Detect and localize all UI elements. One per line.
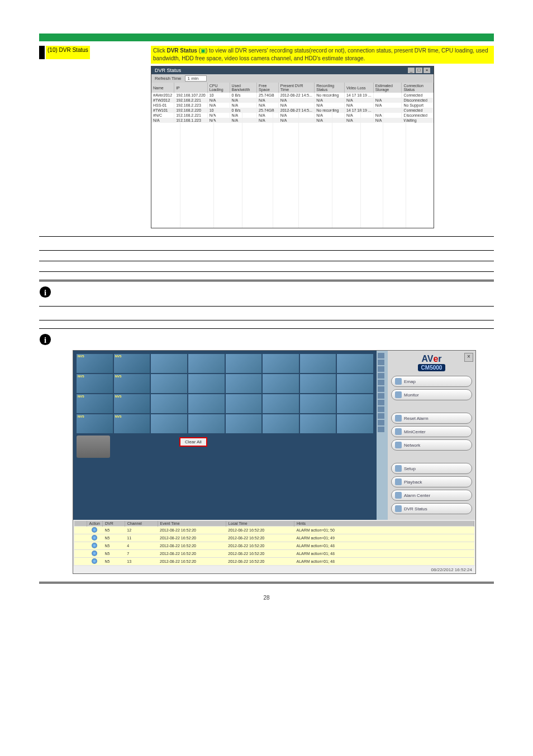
col-bw[interactable]: Used Bandwidth	[230, 83, 256, 93]
col-hints[interactable]: Hints	[294, 521, 474, 527]
event-row[interactable]: N5122012-08-22 16:52:202012-08-22 16:52:…	[74, 527, 474, 534]
refresh-select[interactable]: 1 min	[185, 75, 207, 82]
layout-icon[interactable]	[378, 386, 384, 392]
col-cpu[interactable]: CPU Loading	[207, 83, 230, 93]
camera-cell[interactable]	[151, 394, 187, 413]
clear-all-button[interactable]: Clear All	[179, 437, 207, 447]
col-conn[interactable]: Connection Status	[402, 83, 434, 93]
playback-button[interactable]: Playback	[391, 476, 472, 487]
camera-cell[interactable]	[226, 394, 262, 413]
camera-cell[interactable]	[263, 394, 299, 413]
minicenter-button[interactable]: MiniCenter	[391, 426, 472, 437]
network-button[interactable]: Network	[391, 439, 472, 451]
camera-cell[interactable]	[337, 374, 373, 393]
layout-icon[interactable]	[378, 366, 384, 372]
camera-cell[interactable]	[188, 414, 225, 433]
camera-cell[interactable]	[263, 354, 299, 373]
camera-cell[interactable]	[151, 374, 187, 393]
col-time[interactable]: Present DVR Time	[278, 83, 315, 93]
dvr-row[interactable]: #TW2012192.168.2.221N/AN/AN/AN/AN/AN/AN/…	[151, 98, 434, 103]
col-dvr[interactable]: DVR	[102, 521, 125, 527]
col-loss[interactable]: Video Loss	[344, 83, 373, 93]
col-free[interactable]: Free Space	[257, 83, 279, 93]
layout-icon[interactable]	[378, 400, 384, 405]
col-rec[interactable]: Recording Status	[315, 83, 345, 93]
camera-cell[interactable]	[337, 394, 373, 413]
camera-cell[interactable]: NV5	[114, 394, 150, 413]
col-local-time[interactable]: Local Time	[226, 521, 294, 527]
layout-icon[interactable]	[378, 353, 384, 358]
layout-icon[interactable]	[378, 373, 384, 379]
dvr-row[interactable]: HSS-01192.168.2.223N/AN/AN/AN/AN/AN/AN/A…	[151, 103, 434, 108]
camera-grid: NV5NV5NV5NV5NV5NV5NV5NV5	[77, 354, 373, 433]
layout-icon[interactable]	[378, 427, 384, 432]
camera-cell[interactable]: NV5	[77, 394, 113, 413]
minimize-button[interactable]: _	[408, 68, 415, 73]
event-row[interactable]: N572012-08-22 16:52:202012-08-22 16:52:2…	[74, 550, 474, 558]
setup-button[interactable]: Setup	[391, 463, 472, 474]
layout-icon[interactable]	[378, 413, 384, 419]
refresh-bar: Refresh Time 1 min	[151, 74, 434, 83]
camera-cell[interactable]	[226, 374, 262, 393]
col-name[interactable]: Name	[151, 83, 174, 93]
row-13	[39, 261, 494, 272]
camera-cell[interactable]	[188, 374, 225, 393]
camera-cell[interactable]: NV5	[77, 354, 113, 373]
alarm-center-button[interactable]: Alarm Center	[391, 490, 472, 501]
layout-icon[interactable]	[378, 360, 384, 365]
reset-alarm-icon	[395, 415, 402, 422]
globe-icon	[92, 527, 97, 533]
camera-cell[interactable]	[151, 414, 187, 433]
col-event-time[interactable]: Event Time	[158, 521, 226, 527]
panel-close-button[interactable]: ×	[464, 353, 473, 362]
camera-cell[interactable]	[226, 354, 262, 373]
dvr-status-icon: ▣	[201, 47, 206, 54]
dvr-status-button[interactable]: DVR Status	[391, 503, 472, 514]
close-button[interactable]: ×	[423, 68, 430, 73]
emap-button[interactable]: Emap	[391, 376, 472, 387]
camera-cell[interactable]: NV5	[77, 374, 113, 393]
maximize-button[interactable]: □	[416, 68, 422, 73]
col-action[interactable]: Action	[87, 521, 102, 527]
camera-cell[interactable]	[300, 354, 336, 373]
camera-cell[interactable]	[337, 354, 373, 373]
camera-cell[interactable]	[188, 394, 225, 413]
camera-cell[interactable]: NV5	[114, 414, 150, 433]
layout-icons-column	[377, 351, 388, 520]
row-12	[39, 251, 494, 261]
monitor-button[interactable]: Monitor	[391, 389, 472, 400]
layout-icon[interactable]	[378, 420, 384, 425]
layout-icon[interactable]	[378, 393, 384, 399]
col-ip[interactable]: IP	[174, 83, 208, 93]
reset-alarm-button[interactable]: Reset Alarm	[391, 413, 472, 424]
camera-cell[interactable]	[151, 354, 187, 373]
camera-cell[interactable]: NV5	[114, 354, 150, 373]
camera-cell[interactable]	[263, 414, 299, 433]
col-est[interactable]: Estimated Storage	[373, 83, 402, 93]
globe-icon	[92, 558, 97, 564]
dvr-window-title: DVR Status	[155, 68, 181, 73]
event-row[interactable]: N5112012-08-22 16:52:202012-08-22 16:52:…	[74, 534, 474, 542]
camera-cell[interactable]	[337, 414, 373, 433]
camera-cell[interactable]	[300, 394, 336, 413]
layout-icon[interactable]	[378, 406, 384, 412]
camera-cell[interactable]	[188, 354, 225, 373]
col-blank	[74, 521, 87, 527]
network-icon	[395, 442, 402, 448]
camera-cell[interactable]	[300, 374, 336, 393]
dvr-row[interactable]: #AVer2012192.168.107.220100 B/s25.74GB20…	[151, 93, 434, 98]
camera-cell[interactable]: NV5	[77, 414, 113, 433]
event-row[interactable]: N542012-08-22 16:52:202012-08-22 16:52:2…	[74, 542, 474, 550]
event-log-area: Action DVR Channel Event Time Local Time…	[73, 520, 475, 566]
event-row[interactable]: N5132012-08-22 16:52:202012-08-22 16:52:…	[74, 558, 474, 566]
dvr-window-titlebar[interactable]: DVR Status _ □ ×	[151, 66, 434, 74]
header-green-bar	[39, 34, 494, 41]
camera-cell[interactable]	[226, 414, 262, 433]
page-number: 28	[39, 595, 494, 601]
camera-cell[interactable]	[300, 414, 336, 433]
camera-cell[interactable]	[263, 374, 299, 393]
col-channel[interactable]: Channel	[125, 521, 158, 527]
monitor-icon	[395, 391, 402, 398]
camera-cell[interactable]: NV5	[114, 374, 150, 393]
layout-icon[interactable]	[378, 380, 384, 385]
